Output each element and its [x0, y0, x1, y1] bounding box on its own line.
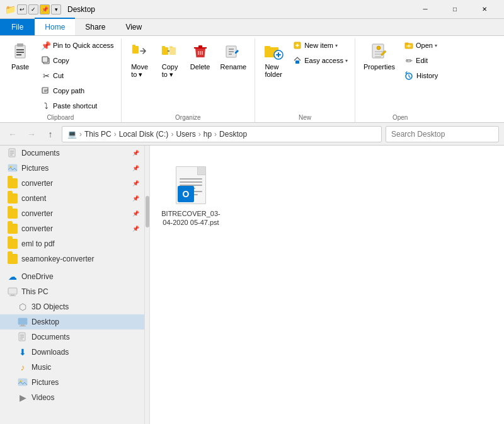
title-bar-folder-icon: 📁 [5, 4, 16, 14]
sidebar-item-converter-2[interactable]: converter 📌 [0, 206, 144, 221]
sidebar-music-label: Music [32, 363, 51, 372]
music-icon: ♪ [18, 362, 28, 372]
rename-button[interactable]: Rename [216, 38, 251, 74]
back-button[interactable]: ← [5, 127, 20, 142]
svg-rect-15 [198, 45, 202, 48]
svg-rect-27 [9, 149, 15, 157]
sidebar-item-videos[interactable]: ▶ Videos [0, 390, 144, 405]
rename-label: Rename [220, 63, 247, 71]
move-to-button[interactable]: Moveto ▾ [125, 38, 154, 82]
sidebar-scrollbar[interactable] [145, 146, 150, 424]
quick-access-btn-1[interactable]: ↩ [17, 4, 27, 14]
tab-view[interactable]: View [115, 19, 152, 35]
quick-access-btn-3[interactable]: 📌 [40, 4, 50, 14]
sidebar-item-onedrive[interactable]: ☁ OneDrive [0, 269, 144, 284]
delete-label: Delete [190, 63, 210, 71]
sidebar-item-downloads[interactable]: ⬇ Downloads [0, 345, 144, 360]
up-button[interactable]: ↑ [43, 127, 58, 142]
sidebar-item-pictures-pc[interactable]: Pictures [0, 375, 144, 390]
pst-file-icon: O [172, 164, 210, 207]
rename-icon [223, 42, 243, 62]
copy-path-button[interactable]: Copy path [38, 84, 117, 98]
folder-icon-1 [8, 178, 18, 188]
path-local-disk[interactable]: Local Disk (C:) [119, 130, 169, 139]
paste-icon [10, 42, 30, 62]
pin-to-quick-button[interactable]: 📌 Pin to Quick access [38, 38, 117, 52]
history-button[interactable]: History [401, 69, 441, 83]
close-button[interactable]: ✕ [470, 0, 499, 19]
sidebar-pictures-label: Pictures [21, 164, 49, 173]
quick-access-dropdown[interactable]: ▾ [51, 4, 61, 14]
properties-button[interactable]: Properties [359, 38, 399, 74]
svg-rect-35 [20, 326, 26, 326]
svg-rect-10 [132, 45, 135, 47]
cut-button[interactable]: ✂ Cut [38, 69, 117, 83]
file-item-pst[interactable]: O BITRECOVER_03- 04-2020 05-47.pst [163, 158, 219, 233]
path-users[interactable]: Users [176, 130, 195, 139]
path-this-pc[interactable]: This PC [84, 130, 112, 139]
sidebar-seamonkey-label: seamonkey-converter [21, 255, 94, 263]
svg-rect-21 [295, 60, 299, 64]
new-item-dropdown-arrow: ▾ [335, 43, 338, 49]
sidebar-converter-2-label: converter [21, 209, 53, 218]
quick-access-btn-2[interactable]: ✓ [28, 4, 38, 14]
sidebar-item-seamonkey[interactable]: seamonkey-converter [0, 251, 144, 266]
svg-point-23 [377, 46, 381, 50]
sidebar-item-converter-3[interactable]: converter 📌 [0, 221, 144, 236]
title-bar-title: Desktop [67, 5, 407, 14]
tab-share[interactable]: Share [75, 19, 115, 35]
sidebar-onedrive-label: OneDrive [21, 272, 54, 281]
converter-2-pin: 📌 [132, 210, 139, 217]
sidebar-3d-objects-label: 3D Objects [32, 302, 69, 311]
documents-pc-icon [18, 332, 28, 342]
sidebar-videos-label: Videos [32, 393, 54, 402]
sidebar-item-eml-to-pdf[interactable]: eml to pdf [0, 236, 144, 251]
sidebar-downloads-label: Downloads [32, 348, 69, 357]
copy-to-icon [160, 42, 180, 62]
documents-pin: 📌 [132, 150, 139, 156]
tab-home[interactable]: Home [35, 18, 75, 35]
svg-rect-32 [9, 295, 16, 296]
address-path[interactable]: 💻 › This PC › Local Disk (C:) › Users › … [62, 126, 382, 142]
easy-access-button[interactable]: Easy access ▾ [289, 54, 351, 67]
path-desktop[interactable]: Desktop [219, 130, 247, 139]
sidebar-item-documents-pc[interactable]: Documents [0, 329, 144, 345]
svg-rect-9 [132, 46, 139, 54]
copy-to-button[interactable]: Copyto ▾ [156, 38, 185, 82]
svg-rect-11 [162, 47, 168, 55]
sidebar-item-content[interactable]: content 📌 [0, 191, 144, 206]
paste-button[interactable]: Paste [4, 38, 37, 74]
path-hp[interactable]: hp [203, 130, 212, 139]
sidebar-item-music[interactable]: ♪ Music [0, 360, 144, 375]
sidebar-item-pictures[interactable]: Pictures 📌 [0, 161, 144, 176]
copy-path-label: Copy path [53, 87, 84, 95]
ribbon: Paste 📌 Pin to Quick access [0, 36, 504, 123]
pst-file-name: BITRECOVER_03- 04-2020 05-47.pst [161, 209, 220, 227]
sidebar-item-desktop[interactable]: Desktop [0, 314, 144, 329]
sidebar-item-documents[interactable]: Documents 📌 [0, 146, 144, 161]
folder-icon-4 [8, 224, 18, 234]
paste-shortcut-button[interactable]: ⤵ Paste shortcut [38, 99, 117, 113]
new-item-button[interactable]: New item ▾ [289, 38, 351, 52]
sidebar-item-converter-1[interactable]: converter 📌 [0, 176, 144, 191]
path-arrow-0: › [79, 130, 82, 139]
edit-button[interactable]: ✏ Edit [401, 54, 441, 67]
sidebar-item-this-pc[interactable]: This PC [0, 284, 144, 299]
sidebar-scrollbar-thumb[interactable] [146, 196, 149, 227]
path-arrow-2: › [171, 130, 173, 139]
pst-line-2 [180, 181, 202, 183]
new-folder-button[interactable]: Newfolder [259, 38, 288, 81]
easy-access-dropdown-arrow: ▾ [345, 58, 348, 64]
delete-button[interactable]: Delete [186, 38, 215, 74]
sidebar-item-3d-objects[interactable]: ⬡ 3D Objects [0, 299, 144, 314]
minimize-button[interactable]: ─ [411, 0, 440, 19]
sidebar-documents-pc-label: Documents [32, 333, 70, 341]
pst-page: O [176, 166, 206, 204]
copy-button[interactable]: Copy [38, 54, 117, 67]
search-input[interactable] [386, 126, 499, 142]
new-content: Newfolder New item ▾ [259, 38, 351, 113]
forward-button[interactable]: → [24, 127, 39, 142]
tab-file[interactable]: File [0, 19, 35, 35]
open-button[interactable]: Open ▾ [401, 38, 441, 52]
maximize-button[interactable]: □ [440, 0, 469, 19]
